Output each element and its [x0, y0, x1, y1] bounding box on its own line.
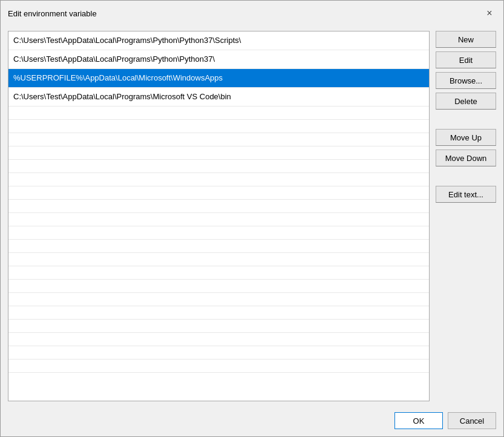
dialog-title: Edit environment variable — [8, 9, 97, 18]
list-item[interactable]: C:\Users\Test\AppData\Local\Programs\Pyt… — [8, 31, 429, 50]
dialog-content: C:\Users\Test\AppData\Local\Programs\Pyt… — [1, 25, 503, 407]
empty-list-row — [8, 107, 429, 120]
empty-list-row — [8, 133, 429, 146]
empty-list-row — [8, 320, 429, 333]
empty-list-row — [8, 280, 429, 293]
list-item[interactable]: C:\Users\Test\AppData\Local\Programs\Pyt… — [8, 50, 429, 69]
empty-list-row — [8, 306, 429, 320]
list-item[interactable]: %USERPROFILE%\AppData\Local\Microsoft\Wi… — [8, 69, 429, 88]
spacer2 — [436, 170, 496, 182]
move-down-button[interactable]: Move Down — [436, 150, 496, 166]
edit-button[interactable]: Edit — [436, 51, 496, 68]
move-up-button[interactable]: Move Up — [436, 129, 496, 146]
empty-list-row — [8, 146, 429, 160]
empty-list-row — [8, 293, 429, 306]
empty-list-row — [8, 333, 429, 346]
empty-list-row — [8, 160, 429, 173]
delete-button[interactable]: Delete — [436, 93, 496, 110]
empty-list-row — [8, 253, 429, 266]
cancel-button[interactable]: Cancel — [448, 412, 496, 429]
empty-list-row — [8, 213, 429, 226]
buttons-panel: New Edit Browse... Delete Move Up Move D… — [436, 31, 496, 401]
edit-env-dialog: Edit environment variable × C:\Users\Tes… — [0, 0, 504, 437]
empty-list-row — [8, 186, 429, 200]
list-item[interactable]: C:\Users\Test\AppData\Local\Programs\Mic… — [8, 88, 429, 107]
env-var-list[interactable]: C:\Users\Test\AppData\Local\Programs\Pyt… — [8, 31, 430, 401]
browse-button[interactable]: Browse... — [436, 72, 496, 89]
empty-list-row — [8, 120, 429, 133]
empty-list-row — [8, 200, 429, 213]
empty-list-row — [8, 360, 429, 373]
close-button[interactable]: × — [483, 7, 496, 20]
spacer1 — [436, 113, 496, 125]
empty-list-row — [8, 266, 429, 280]
ok-button[interactable]: OK — [394, 412, 443, 429]
new-button[interactable]: New — [436, 31, 496, 48]
empty-list-row — [8, 346, 429, 360]
empty-list-row — [8, 173, 429, 186]
empty-list-row — [8, 226, 429, 240]
empty-list-row — [8, 240, 429, 253]
title-bar: Edit environment variable × — [1, 1, 503, 25]
dialog-footer: OK Cancel — [1, 407, 503, 436]
edit-text-button[interactable]: Edit text... — [436, 186, 496, 203]
